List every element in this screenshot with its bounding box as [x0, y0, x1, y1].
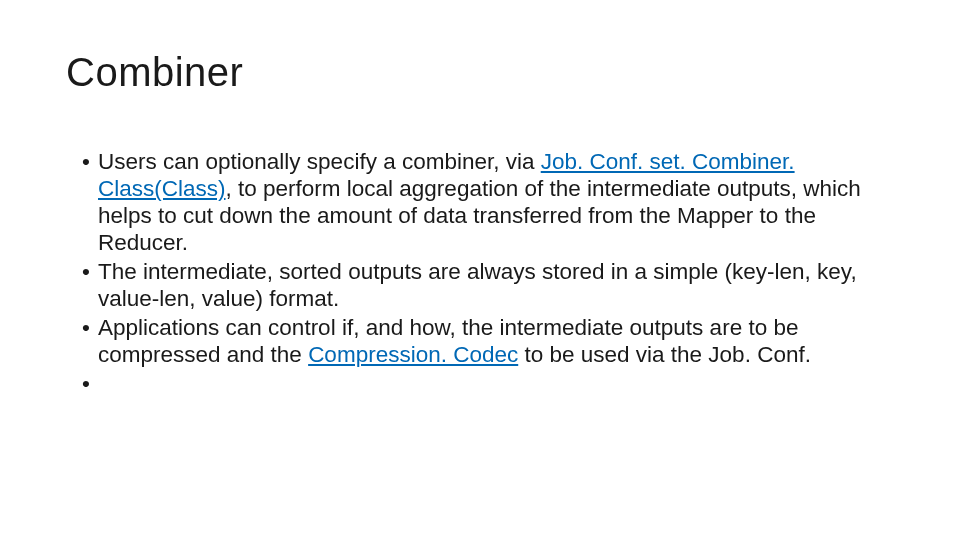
bullet-text: to be used via the Job. Conf. — [518, 342, 811, 367]
slide-title: Combiner — [66, 50, 243, 95]
slide-body: Users can optionally specify a combiner,… — [82, 148, 900, 370]
bullet-text: The intermediate, sorted outputs are alw… — [98, 259, 857, 311]
link-compression-codec[interactable]: Compression. Codec — [308, 342, 518, 367]
bullet-item: Users can optionally specify a combiner,… — [82, 148, 900, 256]
bullet-item: The intermediate, sorted outputs are alw… — [82, 258, 900, 312]
slide: Combiner Users can optionally specify a … — [0, 0, 960, 540]
bullet-item: Applications can control if, and how, th… — [82, 314, 900, 368]
bullet-text: Users can optionally specify a combiner,… — [98, 149, 541, 174]
